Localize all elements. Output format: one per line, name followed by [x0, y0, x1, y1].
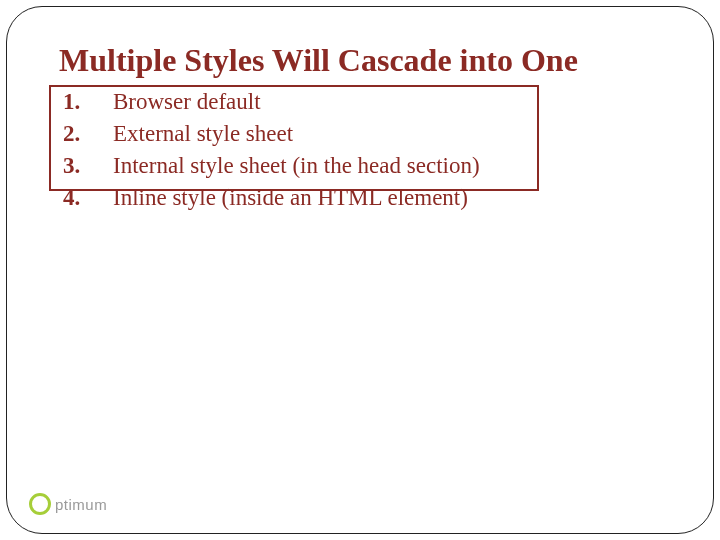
slide-content: Multiple Styles Will Cascade into One Br…: [7, 7, 713, 213]
logo-text: ptimum: [55, 496, 107, 513]
slide-title: Multiple Styles Will Cascade into One: [59, 41, 661, 79]
logo-ring-icon: [29, 493, 51, 515]
list-item: External style sheet: [63, 119, 559, 149]
list-item: Internal style sheet (in the head sectio…: [63, 151, 559, 181]
list-item: Inline style (inside an HTML element): [63, 183, 559, 213]
list-item: Browser default: [63, 87, 559, 117]
optimum-logo: ptimum: [29, 493, 107, 515]
slide-frame: Multiple Styles Will Cascade into One Br…: [6, 6, 714, 534]
list-container: Browser default External style sheet Int…: [59, 83, 661, 213]
cascade-list: Browser default External style sheet Int…: [59, 83, 559, 213]
